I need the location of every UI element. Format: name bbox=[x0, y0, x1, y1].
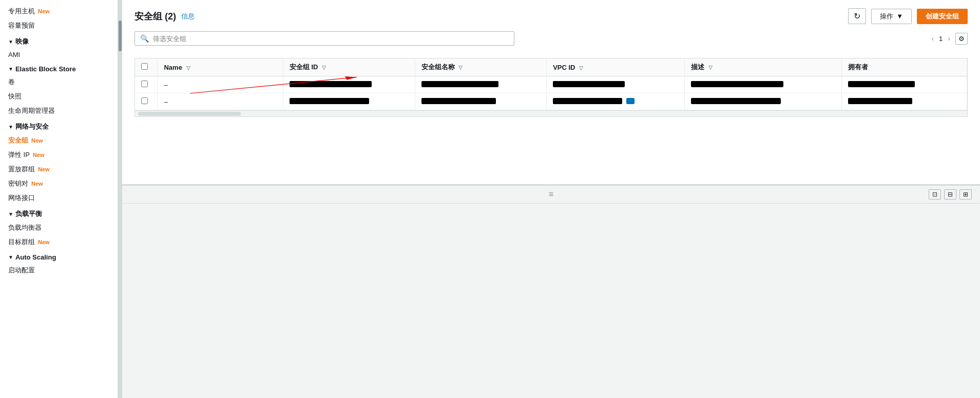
sidebar-label: 目标群组 bbox=[8, 237, 35, 247]
sidebar-item-volumes[interactable]: 卷 bbox=[0, 75, 118, 89]
td-sg-id bbox=[283, 76, 415, 93]
td-owner bbox=[841, 76, 967, 93]
td-vpc-id bbox=[547, 93, 685, 110]
horizontal-scrollbar[interactable] bbox=[134, 111, 968, 117]
bottom-panel-controls: ⊡ ⊟ ⊞ bbox=[929, 189, 972, 200]
sidebar-item-load-balancer[interactable]: 负载均衡器 bbox=[0, 221, 118, 235]
sidebar-item-snapshots[interactable]: 快照 bbox=[0, 89, 118, 104]
sort-icon: ▽ bbox=[458, 65, 463, 70]
sidebar-label: 容量预留 bbox=[8, 21, 35, 30]
page-number: 1 bbox=[939, 35, 943, 43]
page-next-button[interactable]: › bbox=[946, 33, 952, 44]
sidebar-item-elastic-ip[interactable]: 弹性 IP New bbox=[0, 148, 118, 162]
panel-title-area: 安全组 (2) 信息 bbox=[134, 10, 195, 23]
td-checkbox bbox=[135, 93, 158, 110]
create-security-group-button[interactable]: 创建安全组 bbox=[917, 9, 968, 24]
redacted-content bbox=[553, 98, 622, 104]
sidebar-item-capacity[interactable]: 容量预留 bbox=[0, 18, 118, 33]
th-name[interactable]: Name ▽ bbox=[158, 58, 283, 76]
sidebar: 专用主机 New 容量预留 ▼ 映像 AMI ▼ Elastic Block S… bbox=[0, 0, 118, 398]
th-vpc-id[interactable]: VPC ID ▽ bbox=[547, 58, 685, 76]
redacted-content bbox=[421, 81, 498, 87]
sidebar-item-keypairs[interactable]: 密钥对 New bbox=[0, 176, 118, 191]
sort-icon: ▽ bbox=[322, 65, 326, 70]
sort-icon: ▽ bbox=[579, 65, 583, 71]
sort-icon: ▽ bbox=[708, 65, 713, 70]
search-input[interactable] bbox=[153, 35, 509, 43]
row-checkbox[interactable] bbox=[141, 81, 148, 87]
panel-title: 安全组 (2) bbox=[134, 10, 176, 23]
section-title: Elastic Block Store bbox=[15, 65, 76, 73]
sidebar-item-security-groups[interactable]: 安全组 New bbox=[0, 133, 118, 148]
table-settings-button[interactable]: ⚙ bbox=[955, 33, 968, 45]
sidebar-label: 快照 bbox=[8, 92, 22, 101]
section-title: 映像 bbox=[15, 37, 29, 46]
sidebar-item-placement-group[interactable]: 置放群组 New bbox=[0, 162, 118, 176]
collapse-arrow-icon: ▼ bbox=[8, 124, 13, 130]
sidebar-item-dedicated-host[interactable]: 专用主机 New bbox=[0, 4, 118, 18]
td-vpc-id bbox=[547, 76, 685, 93]
page-prev-button[interactable]: ‹ bbox=[929, 33, 936, 44]
search-pagination-row: 🔍 ‹ 1 › ⚙ bbox=[134, 31, 968, 52]
th-sg-id[interactable]: 安全组 ID ▽ bbox=[283, 58, 415, 76]
sidebar-label: 生命周期管理器 bbox=[8, 106, 55, 115]
sidebar-label: 安全组 bbox=[8, 136, 28, 145]
sidebar-item-network-interface[interactable]: 网络接口 bbox=[0, 191, 118, 205]
badge-new: New bbox=[31, 137, 43, 144]
pagination-area: ‹ 1 › ⚙ bbox=[929, 33, 968, 45]
info-link[interactable]: 信息 bbox=[181, 12, 195, 21]
panel-maximize-button[interactable]: ⊞ bbox=[959, 189, 972, 200]
badge-new: New bbox=[31, 181, 43, 187]
bottom-panel-header: ≡ ⊡ ⊟ ⊞ bbox=[122, 186, 980, 204]
sidebar-label: 置放群组 bbox=[8, 165, 35, 174]
table-row: – bbox=[135, 76, 967, 93]
section-title: Auto Scaling bbox=[15, 253, 56, 261]
sidebar-label: AMI bbox=[8, 51, 20, 58]
sidebar-scrollbar[interactable] bbox=[118, 0, 122, 398]
bottom-panel: ≡ ⊡ ⊟ ⊞ bbox=[122, 185, 980, 339]
table-row: – bbox=[135, 93, 967, 110]
operations-button[interactable]: 操作 ▼ bbox=[871, 9, 912, 24]
td-desc bbox=[685, 93, 842, 110]
sidebar-section-images[interactable]: ▼ 映像 bbox=[0, 33, 118, 48]
select-all-checkbox[interactable] bbox=[141, 63, 148, 70]
th-desc[interactable]: 描述 ▽ bbox=[685, 58, 842, 76]
drag-handle-icon: ≡ bbox=[549, 190, 553, 199]
sidebar-section-network[interactable]: ▼ 网络与安全 bbox=[0, 118, 118, 133]
vpc-link-icon bbox=[626, 98, 635, 104]
td-name: – bbox=[158, 76, 283, 93]
sidebar-item-target-group[interactable]: 目标群组 New bbox=[0, 235, 118, 249]
search-bar[interactable]: 🔍 bbox=[134, 31, 514, 46]
panel-split-button[interactable]: ⊟ bbox=[944, 189, 956, 200]
badge-new: New bbox=[38, 8, 50, 14]
sidebar-section-autoscaling[interactable]: ▼ Auto Scaling bbox=[0, 249, 118, 263]
sidebar-label: 启动配置 bbox=[8, 266, 35, 275]
sidebar-label: 密钥对 bbox=[8, 179, 28, 188]
sidebar-section-load-balancing[interactable]: ▼ 负载平衡 bbox=[0, 205, 118, 221]
row-checkbox[interactable] bbox=[141, 97, 148, 104]
panel-actions: ↻ 操作 ▼ 创建安全组 bbox=[848, 8, 968, 24]
badge-new: New bbox=[38, 166, 50, 172]
td-checkbox bbox=[135, 76, 158, 93]
td-name: – bbox=[158, 93, 283, 110]
sidebar-item-ami[interactable]: AMI bbox=[0, 48, 118, 61]
sidebar-item-launch-config[interactable]: 启动配置 bbox=[0, 263, 118, 277]
scrollbar-thumb[interactable] bbox=[119, 21, 122, 51]
badge-new: New bbox=[38, 239, 50, 245]
collapse-arrow-icon: ▼ bbox=[8, 39, 13, 45]
main-content: 安全组 (2) 信息 ↻ 操作 ▼ 创建安全组 🔍 bbox=[122, 0, 980, 398]
td-sg-name bbox=[415, 76, 547, 93]
td-desc bbox=[685, 76, 842, 93]
sidebar-label: 负载均衡器 bbox=[8, 223, 42, 232]
refresh-button[interactable]: ↻ bbox=[848, 8, 866, 24]
redacted-content bbox=[848, 81, 915, 87]
sidebar-section-ebs[interactable]: ▼ Elastic Block Store bbox=[0, 61, 118, 75]
panel-minimize-button[interactable]: ⊡ bbox=[929, 189, 941, 200]
td-owner bbox=[841, 93, 967, 110]
th-sg-name[interactable]: 安全组名称 ▽ bbox=[415, 58, 547, 76]
th-owner[interactable]: 拥有者 bbox=[841, 58, 967, 76]
sidebar-label: 弹性 IP bbox=[8, 150, 30, 160]
annotation-arrows bbox=[134, 58, 968, 117]
sidebar-item-lifecycle[interactable]: 生命周期管理器 bbox=[0, 104, 118, 118]
redacted-content bbox=[691, 98, 781, 104]
